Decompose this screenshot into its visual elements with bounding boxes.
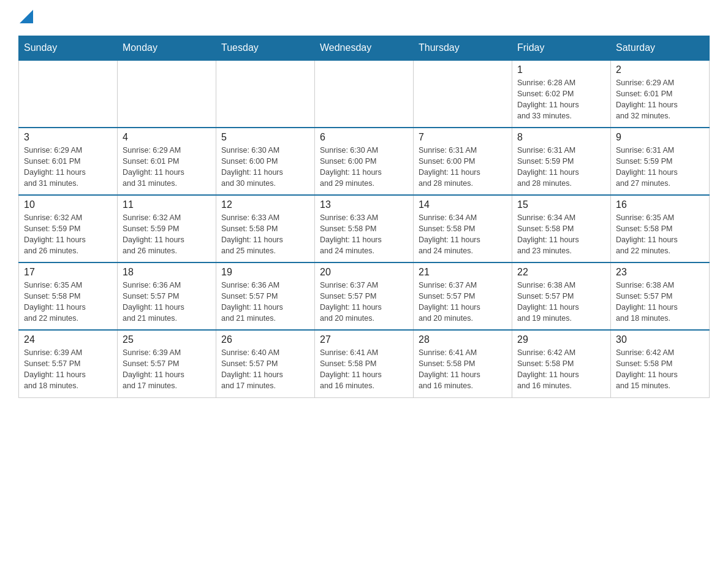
day-info: Sunrise: 6:34 AMSunset: 5:58 PMDaylight:… bbox=[419, 212, 507, 257]
calendar-cell: 19Sunrise: 6:36 AMSunset: 5:57 PMDayligh… bbox=[216, 262, 315, 330]
day-number: 26 bbox=[221, 334, 309, 345]
day-number: 25 bbox=[123, 334, 211, 345]
day-number: 23 bbox=[616, 267, 704, 278]
logo bbox=[18, 12, 33, 25]
day-info: Sunrise: 6:39 AMSunset: 5:57 PMDaylight:… bbox=[24, 347, 112, 392]
calendar-cell: 17Sunrise: 6:35 AMSunset: 5:58 PMDayligh… bbox=[19, 262, 118, 330]
calendar-cell: 10Sunrise: 6:32 AMSunset: 5:59 PMDayligh… bbox=[19, 195, 118, 262]
day-info: Sunrise: 6:29 AMSunset: 6:01 PMDaylight:… bbox=[616, 77, 704, 122]
day-number: 28 bbox=[419, 334, 507, 345]
calendar-cell: 1Sunrise: 6:28 AMSunset: 6:02 PMDaylight… bbox=[512, 60, 611, 128]
calendar-cell: 30Sunrise: 6:42 AMSunset: 5:58 PMDayligh… bbox=[611, 330, 710, 397]
calendar-cell: 18Sunrise: 6:36 AMSunset: 5:57 PMDayligh… bbox=[118, 262, 216, 330]
calendar-cell: 22Sunrise: 6:38 AMSunset: 5:57 PMDayligh… bbox=[512, 262, 611, 330]
col-saturday: Saturday bbox=[611, 36, 710, 61]
calendar-cell: 26Sunrise: 6:40 AMSunset: 5:57 PMDayligh… bbox=[216, 330, 315, 397]
calendar-cell: 25Sunrise: 6:39 AMSunset: 5:57 PMDayligh… bbox=[118, 330, 216, 397]
day-number: 7 bbox=[419, 132, 507, 143]
day-info: Sunrise: 6:31 AMSunset: 6:00 PMDaylight:… bbox=[419, 145, 507, 190]
day-number: 16 bbox=[616, 199, 704, 210]
col-monday: Monday bbox=[118, 36, 216, 61]
day-info: Sunrise: 6:36 AMSunset: 5:57 PMDaylight:… bbox=[221, 280, 309, 324]
day-info: Sunrise: 6:38 AMSunset: 5:57 PMDaylight:… bbox=[517, 280, 605, 324]
day-info: Sunrise: 6:36 AMSunset: 5:57 PMDaylight:… bbox=[123, 280, 211, 324]
day-info: Sunrise: 6:35 AMSunset: 5:58 PMDaylight:… bbox=[616, 212, 704, 257]
day-info: Sunrise: 6:31 AMSunset: 5:59 PMDaylight:… bbox=[517, 145, 605, 190]
day-info: Sunrise: 6:34 AMSunset: 5:58 PMDaylight:… bbox=[517, 212, 605, 257]
day-number: 24 bbox=[24, 334, 112, 345]
day-info: Sunrise: 6:37 AMSunset: 5:57 PMDaylight:… bbox=[320, 280, 408, 324]
weekday-header-row: Sunday Monday Tuesday Wednesday Thursday… bbox=[19, 36, 710, 61]
col-friday: Friday bbox=[512, 36, 611, 61]
calendar-cell: 4Sunrise: 6:29 AMSunset: 6:01 PMDaylight… bbox=[118, 128, 216, 195]
calendar-cell: 7Sunrise: 6:31 AMSunset: 6:00 PMDaylight… bbox=[414, 128, 512, 195]
calendar-week-row-3: 10Sunrise: 6:32 AMSunset: 5:59 PMDayligh… bbox=[19, 195, 710, 262]
day-info: Sunrise: 6:35 AMSunset: 5:58 PMDaylight:… bbox=[24, 280, 112, 324]
col-tuesday: Tuesday bbox=[216, 36, 315, 61]
day-number: 22 bbox=[517, 267, 605, 278]
calendar-cell bbox=[19, 60, 118, 128]
day-info: Sunrise: 6:32 AMSunset: 5:59 PMDaylight:… bbox=[123, 212, 211, 257]
day-number: 30 bbox=[616, 334, 704, 345]
day-number: 27 bbox=[320, 334, 408, 345]
day-info: Sunrise: 6:39 AMSunset: 5:57 PMDaylight:… bbox=[123, 347, 211, 392]
day-number: 15 bbox=[517, 199, 605, 210]
day-info: Sunrise: 6:40 AMSunset: 5:57 PMDaylight:… bbox=[221, 347, 309, 392]
day-number: 17 bbox=[24, 267, 112, 278]
day-number: 10 bbox=[24, 199, 112, 210]
day-number: 2 bbox=[616, 64, 704, 75]
day-number: 4 bbox=[123, 132, 211, 143]
calendar-cell: 27Sunrise: 6:41 AMSunset: 5:58 PMDayligh… bbox=[315, 330, 414, 397]
day-info: Sunrise: 6:37 AMSunset: 5:57 PMDaylight:… bbox=[419, 280, 507, 324]
svg-marker-0 bbox=[20, 10, 33, 23]
day-number: 6 bbox=[320, 132, 408, 143]
day-info: Sunrise: 6:33 AMSunset: 5:58 PMDaylight:… bbox=[320, 212, 408, 257]
day-info: Sunrise: 6:31 AMSunset: 5:59 PMDaylight:… bbox=[616, 145, 704, 190]
calendar-cell bbox=[315, 60, 414, 128]
day-info: Sunrise: 6:30 AMSunset: 6:00 PMDaylight:… bbox=[221, 145, 309, 190]
day-info: Sunrise: 6:30 AMSunset: 6:00 PMDaylight:… bbox=[320, 145, 408, 190]
day-number: 9 bbox=[616, 132, 704, 143]
day-number: 18 bbox=[123, 267, 211, 278]
calendar-cell: 8Sunrise: 6:31 AMSunset: 5:59 PMDaylight… bbox=[512, 128, 611, 195]
calendar-cell: 21Sunrise: 6:37 AMSunset: 5:57 PMDayligh… bbox=[414, 262, 512, 330]
calendar-cell bbox=[118, 60, 216, 128]
day-number: 14 bbox=[419, 199, 507, 210]
calendar-week-row-4: 17Sunrise: 6:35 AMSunset: 5:58 PMDayligh… bbox=[19, 262, 710, 330]
col-wednesday: Wednesday bbox=[315, 36, 414, 61]
day-number: 12 bbox=[221, 199, 309, 210]
calendar-cell: 12Sunrise: 6:33 AMSunset: 5:58 PMDayligh… bbox=[216, 195, 315, 262]
day-number: 13 bbox=[320, 199, 408, 210]
calendar-week-row-2: 3Sunrise: 6:29 AMSunset: 6:01 PMDaylight… bbox=[19, 128, 710, 195]
calendar-cell: 3Sunrise: 6:29 AMSunset: 6:01 PMDaylight… bbox=[19, 128, 118, 195]
calendar-cell: 29Sunrise: 6:42 AMSunset: 5:58 PMDayligh… bbox=[512, 330, 611, 397]
page-header bbox=[18, 12, 710, 25]
day-number: 29 bbox=[517, 334, 605, 345]
calendar-cell: 13Sunrise: 6:33 AMSunset: 5:58 PMDayligh… bbox=[315, 195, 414, 262]
logo-triangle-icon bbox=[20, 10, 33, 23]
day-number: 3 bbox=[24, 132, 112, 143]
day-number: 1 bbox=[517, 64, 605, 75]
calendar-cell: 23Sunrise: 6:38 AMSunset: 5:57 PMDayligh… bbox=[611, 262, 710, 330]
col-thursday: Thursday bbox=[414, 36, 512, 61]
calendar-cell: 15Sunrise: 6:34 AMSunset: 5:58 PMDayligh… bbox=[512, 195, 611, 262]
calendar-cell bbox=[414, 60, 512, 128]
day-number: 20 bbox=[320, 267, 408, 278]
day-info: Sunrise: 6:38 AMSunset: 5:57 PMDaylight:… bbox=[616, 280, 704, 324]
day-info: Sunrise: 6:28 AMSunset: 6:02 PMDaylight:… bbox=[517, 77, 605, 122]
calendar-cell: 5Sunrise: 6:30 AMSunset: 6:00 PMDaylight… bbox=[216, 128, 315, 195]
day-info: Sunrise: 6:33 AMSunset: 5:58 PMDaylight:… bbox=[221, 212, 309, 257]
day-number: 19 bbox=[221, 267, 309, 278]
day-number: 8 bbox=[517, 132, 605, 143]
calendar-cell: 9Sunrise: 6:31 AMSunset: 5:59 PMDaylight… bbox=[611, 128, 710, 195]
day-info: Sunrise: 6:29 AMSunset: 6:01 PMDaylight:… bbox=[123, 145, 211, 190]
day-info: Sunrise: 6:29 AMSunset: 6:01 PMDaylight:… bbox=[24, 145, 112, 190]
day-info: Sunrise: 6:32 AMSunset: 5:59 PMDaylight:… bbox=[24, 212, 112, 257]
calendar-week-row-1: 1Sunrise: 6:28 AMSunset: 6:02 PMDaylight… bbox=[19, 60, 710, 128]
calendar-cell: 20Sunrise: 6:37 AMSunset: 5:57 PMDayligh… bbox=[315, 262, 414, 330]
day-number: 21 bbox=[419, 267, 507, 278]
calendar-cell: 24Sunrise: 6:39 AMSunset: 5:57 PMDayligh… bbox=[19, 330, 118, 397]
day-info: Sunrise: 6:41 AMSunset: 5:58 PMDaylight:… bbox=[320, 347, 408, 392]
calendar-cell: 16Sunrise: 6:35 AMSunset: 5:58 PMDayligh… bbox=[611, 195, 710, 262]
calendar-cell: 6Sunrise: 6:30 AMSunset: 6:00 PMDaylight… bbox=[315, 128, 414, 195]
